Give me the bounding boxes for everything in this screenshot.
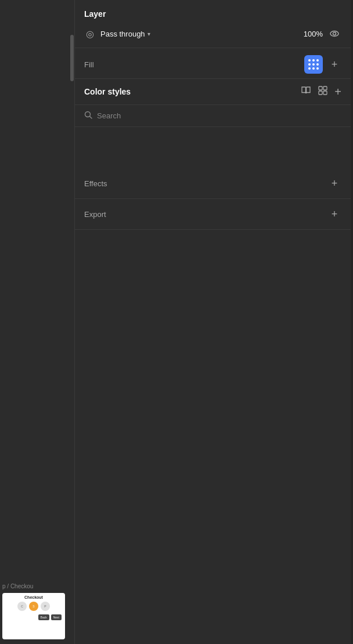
export-section: Export + — [75, 199, 351, 230]
opacity-value[interactable]: 100% — [304, 30, 323, 38]
preview-card[interactable]: Checkout C S P Back Next — [2, 593, 65, 639]
color-styles-dropdown: Color styles — [75, 78, 351, 127]
effects-section: Effects + — [75, 168, 351, 199]
color-swatch[interactable] — [304, 55, 323, 74]
book-icon[interactable] — [301, 86, 311, 97]
effects-add-button[interactable]: + — [327, 176, 341, 190]
preview-btn-back: Back — [38, 614, 49, 620]
scrollbar-thumb — [70, 35, 74, 81]
blend-mode-icon: ◎ — [84, 28, 96, 39]
preview-step-payment: P — [41, 602, 50, 611]
right-edge-bar — [351, 0, 353, 644]
dot — [308, 59, 311, 61]
left-canvas-panel: p / Checkou Checkout C S P Back Next — [0, 0, 74, 644]
dot — [316, 67, 319, 70]
preview-step-shipping: S — [29, 602, 38, 611]
svg-rect-3 — [323, 86, 327, 90]
color-styles-add-icon[interactable]: + — [334, 86, 341, 97]
right-properties-panel: Layer ◎ Pass through ▾ 100% Fill — [74, 0, 351, 644]
visibility-eye-icon[interactable] — [327, 27, 341, 41]
fill-section: Fill + — [75, 48, 351, 81]
breadcrumb: p / Checkou — [2, 583, 72, 589]
preview-btn-next: Next — [51, 614, 62, 620]
fill-title: Fill — [84, 60, 94, 69]
scrollbar[interactable] — [70, 0, 74, 644]
export-add-button[interactable]: + — [327, 207, 341, 221]
color-styles-search-input[interactable] — [97, 111, 341, 120]
grid-icon[interactable] — [318, 86, 327, 97]
preview-title: Checkout — [5, 595, 63, 599]
fill-header: Fill + — [84, 55, 341, 74]
canvas-preview: p / Checkou Checkout C S P Back Next — [0, 578, 74, 644]
effects-title: Effects — [84, 179, 107, 188]
layer-row: ◎ Pass through ▾ 100% — [84, 27, 341, 41]
dot — [316, 63, 319, 66]
search-row — [75, 105, 351, 126]
layer-section: Layer ◎ Pass through ▾ 100% — [75, 0, 351, 48]
preview-step-cart: C — [17, 602, 27, 611]
color-styles-actions: + — [301, 86, 341, 97]
fill-add-button[interactable]: + — [327, 57, 341, 71]
preview-buttons: Back Next — [5, 613, 63, 621]
dot — [308, 67, 311, 70]
empty-area — [75, 230, 351, 644]
blend-mode-selector[interactable]: Pass through ▾ — [100, 30, 299, 38]
blend-mode-label: Pass through — [100, 30, 145, 38]
svg-rect-2 — [319, 86, 322, 90]
dot — [316, 59, 319, 61]
export-title: Export — [84, 210, 106, 219]
layer-section-title: Layer — [84, 9, 341, 19]
svg-point-1 — [333, 32, 336, 35]
search-icon — [84, 111, 92, 121]
dot — [312, 63, 315, 66]
dot — [312, 67, 315, 70]
preview-steps: C S P — [5, 602, 63, 611]
color-styles-title: Color styles — [84, 87, 131, 96]
svg-rect-5 — [323, 91, 327, 95]
dots-grid — [308, 59, 319, 70]
svg-rect-4 — [319, 91, 322, 95]
svg-line-7 — [90, 117, 92, 119]
fill-header-right: + — [304, 55, 341, 74]
chevron-down-icon: ▾ — [147, 31, 150, 37]
dot — [312, 59, 315, 61]
color-styles-header: Color styles — [75, 79, 351, 105]
dot — [308, 63, 311, 66]
